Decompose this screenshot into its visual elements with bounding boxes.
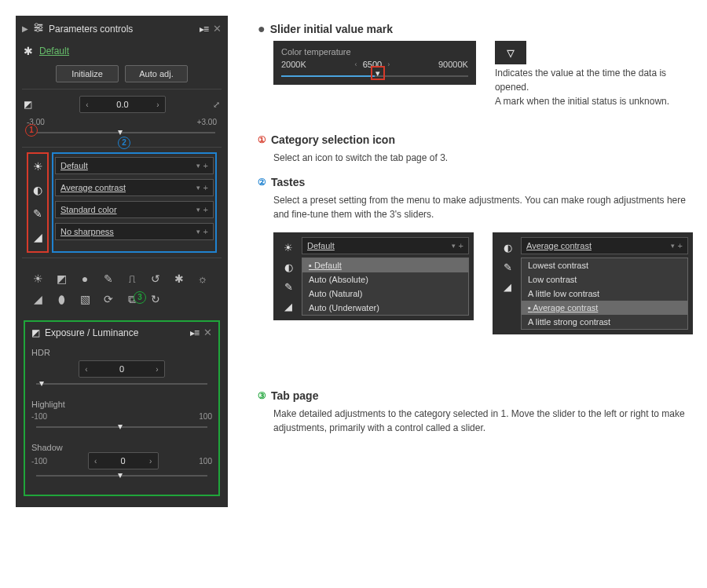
- initialize-button[interactable]: Initialize: [56, 65, 119, 82]
- tab-close-icon[interactable]: ✕: [203, 327, 212, 338]
- more-icon[interactable]: ↻: [149, 293, 162, 306]
- undo-icon[interactable]: ↺: [149, 272, 162, 285]
- gear-icon[interactable]: ✱: [24, 45, 33, 57]
- chevron-right-icon[interactable]: ›: [144, 457, 158, 466]
- highlight-label: Highlight: [31, 395, 212, 409]
- exposure-slider[interactable]: [28, 128, 215, 137]
- dd2-item[interactable]: Lowest contrast: [522, 258, 687, 272]
- chevron-left-icon[interactable]: ‹: [89, 457, 103, 466]
- color-temperature-example: Color temperature 2000K ‹ 6500 › 90000K …: [273, 41, 476, 85]
- initial-value-mark-icon: [118, 421, 126, 430]
- initial-value-mark-icon: [118, 469, 126, 479]
- highlight-min: -100: [31, 412, 47, 421]
- settings-icon[interactable]: ✱: [173, 272, 185, 285]
- shadow-stepper[interactable]: ‹ 0 ›: [88, 452, 159, 469]
- tastes-list: Default▾+ Average contrast▾+ Standard co…: [52, 152, 217, 253]
- exposure-tab-icon: ◩: [31, 327, 40, 338]
- menu-icon[interactable]: ▸≡: [200, 24, 208, 35]
- dd2-header[interactable]: Average contrast▾+: [521, 237, 688, 254]
- highlight-icon[interactable]: ☼: [196, 272, 209, 285]
- hdr-label: HDR: [31, 343, 212, 357]
- dropdown-example-2: ◐ ✎ ◢ Average contrast▾+ Lowest contrast…: [493, 232, 693, 334]
- dd1-item[interactable]: Auto (Underwater): [302, 301, 468, 315]
- chevron-right-icon[interactable]: ▶: [22, 24, 28, 33]
- brush-icon[interactable]: ✎: [102, 272, 115, 285]
- taste-sharpness[interactable]: No sharpness▾+: [55, 223, 214, 240]
- hdr-stepper[interactable]: ‹ 0 ›: [79, 360, 165, 378]
- dd2-item[interactable]: Low contrast: [522, 272, 687, 287]
- ct-max: 90000K: [438, 60, 468, 69]
- dd1-item[interactable]: Auto (Absolute): [302, 272, 468, 287]
- category-toolbar: ☀ ◩ ● ✎ ⎍ ↺ ✱ ☼ ◢ ⬮ ▧ ⟳ ⧉ ↻: [24, 265, 220, 314]
- tab-title: Exposure / Luminance: [45, 327, 185, 338]
- tastes-desc: Select a preset setting from the menu to…: [273, 193, 693, 221]
- eyedropper-icon: ✎: [504, 261, 512, 273]
- dd2-item[interactable]: Average contrast: [522, 301, 687, 315]
- ct-slider[interactable]: ▾: [281, 74, 468, 79]
- dd2-menu[interactable]: Lowest contrast Low contrast A little lo…: [521, 257, 688, 330]
- svg-point-1: [39, 26, 42, 29]
- highlight-slider[interactable]: [36, 422, 207, 432]
- exposure-icon[interactable]: ◩: [55, 272, 68, 285]
- close-icon[interactable]: ✕: [213, 23, 222, 35]
- initial-value-mark-icon: [39, 378, 47, 387]
- badge-3: 3: [134, 291, 146, 304]
- shadow-slider[interactable]: [36, 471, 207, 480]
- tab-menu-icon[interactable]: ▸≡: [190, 327, 199, 338]
- dd2-item[interactable]: A little strong contrast: [522, 315, 687, 329]
- tabpage-desc: Make detailed adjustments to the categor…: [273, 407, 693, 435]
- dd2-item[interactable]: A little low contrast: [522, 287, 687, 301]
- contrast-icon: ◐: [504, 242, 512, 254]
- contrast-icon: ◐: [284, 261, 293, 273]
- dd1-header[interactable]: Default▾+: [302, 237, 469, 254]
- preset-select[interactable]: Default: [39, 46, 220, 57]
- svg-point-0: [35, 24, 38, 27]
- exposure-stepper[interactable]: ‹ 0.0 ›: [79, 96, 166, 113]
- shadow-max: 100: [199, 457, 212, 466]
- taste-color[interactable]: Standard color▾+: [55, 201, 214, 218]
- dd1-item[interactable]: Auto (Natural): [302, 287, 468, 301]
- auto-adjust-button[interactable]: Auto adj.: [125, 65, 188, 82]
- shadow-min: -100: [31, 457, 47, 466]
- highlight-max: 100: [199, 412, 212, 421]
- exposure-value: 0.0: [94, 100, 151, 109]
- panel-header: ▶ Parameters controls ▸≡ ✕: [22, 20, 222, 40]
- sliders-icon: [33, 22, 44, 35]
- eyedropper-icon[interactable]: ✎: [33, 207, 42, 221]
- dropdown-example-1: ☀ ◐ ✎ ◢ Default▾+ Default Auto (Absolute…: [273, 232, 474, 320]
- exposure-section: ◩ ‹ 0.0 › ⤢ -3.00 +3.00 1 2: [22, 89, 222, 147]
- shadow-label: Shadow: [31, 438, 212, 452]
- rotate-icon[interactable]: ⟳: [102, 293, 115, 306]
- eyedropper-icon: ✎: [284, 281, 293, 293]
- taste-contrast[interactable]: Average contrast▾+: [55, 179, 214, 196]
- noise-icon[interactable]: ▧: [79, 293, 91, 306]
- crop-icon[interactable]: ⎍: [126, 272, 138, 285]
- initial-value-mark-icon: [118, 126, 126, 136]
- sharpness-icon: ◢: [284, 301, 292, 312]
- sharpen-icon[interactable]: ◢: [31, 293, 44, 306]
- contrast-icon[interactable]: ◐: [33, 184, 42, 198]
- wb-icon[interactable]: ●: [79, 272, 91, 285]
- chevron-right-icon[interactable]: ›: [150, 365, 164, 374]
- sharpness-icon: ◢: [504, 281, 511, 293]
- exposure-max: +3.00: [197, 118, 217, 126]
- preset-row: ✱ Default: [22, 40, 222, 62]
- chevron-left-icon[interactable]: ‹: [80, 100, 94, 109]
- parameters-controls-panel: ▶ Parameters controls ▸≡ ✕ ✱ Default Ini…: [16, 16, 228, 507]
- category-selection-icons: ☀ ◐ ✎ ◢: [27, 152, 49, 253]
- badge-2: 2: [118, 137, 130, 149]
- chevron-left-icon[interactable]: ‹: [79, 365, 93, 374]
- chevron-right-icon[interactable]: ›: [151, 100, 165, 109]
- dd1-item[interactable]: Default: [302, 258, 468, 272]
- sun-icon[interactable]: ☀: [31, 272, 44, 285]
- hdr-slider[interactable]: [36, 379, 207, 389]
- category-desc: Select an icon to switch the tab page of…: [273, 151, 693, 165]
- expand-icon[interactable]: ⤢: [213, 100, 220, 110]
- lens-icon[interactable]: ⬮: [55, 293, 68, 306]
- taste-default[interactable]: Default▾+: [55, 157, 214, 174]
- mark-desc: Indicates the value at the time the data…: [495, 66, 693, 108]
- dd1-menu[interactable]: Default Auto (Absolute) Auto (Natural) A…: [302, 257, 469, 316]
- section-category: ①Category selection icon: [258, 133, 693, 146]
- sharpness-icon[interactable]: ◢: [34, 231, 42, 245]
- sun-icon[interactable]: ☀: [33, 160, 43, 174]
